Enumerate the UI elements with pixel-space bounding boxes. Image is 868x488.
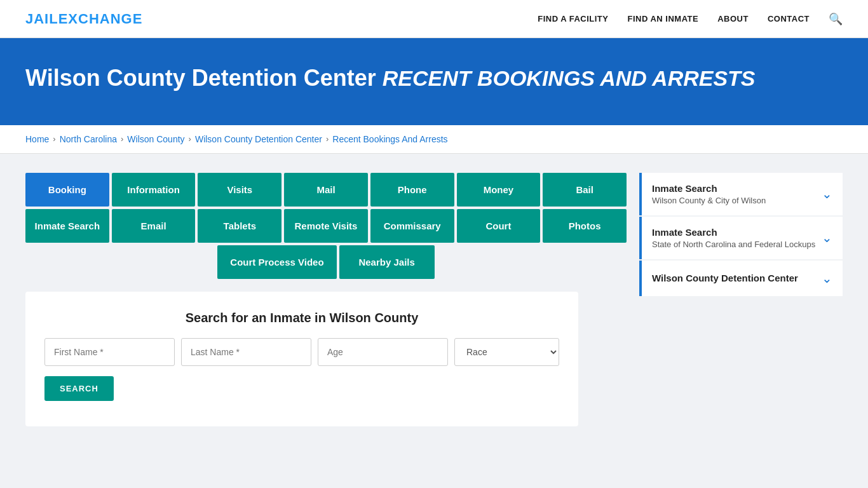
- breadcrumb-current: Recent Bookings And Arrests: [332, 134, 447, 144]
- sidebar-item-wilson-city-text: Inmate Search Wilson County & City of Wi…: [652, 183, 766, 205]
- nav-contact[interactable]: CONTACT: [768, 14, 810, 24]
- sidebar-item-detention-center[interactable]: Wilson County Detention Center ⌄: [639, 261, 843, 296]
- tab-email[interactable]: Email: [112, 209, 196, 243]
- race-select[interactable]: Race White Black Hispanic Asian Other: [454, 338, 559, 366]
- breadcrumb-home[interactable]: Home: [25, 134, 49, 144]
- age-input[interactable]: [318, 338, 448, 366]
- breadcrumb-detention-center[interactable]: Wilson County Detention Center: [195, 134, 322, 144]
- logo-jail: JAIL: [25, 11, 58, 27]
- sidebar-item-nc-federal-subtitle: State of North Carolina and Federal Lock…: [652, 240, 815, 249]
- tab-remote-visits[interactable]: Remote Visits: [284, 209, 368, 243]
- page-title: Wilson County Detention Center RECENT BO…: [25, 64, 843, 93]
- tab-booking[interactable]: Booking: [25, 173, 109, 207]
- breadcrumb-wilson-county[interactable]: Wilson County: [127, 134, 184, 144]
- nav-about[interactable]: ABOUT: [717, 14, 749, 24]
- breadcrumb-sep-3: ›: [189, 134, 191, 144]
- search-button[interactable]: SEARCH: [44, 376, 114, 401]
- sidebar-item-nc-federal[interactable]: Inmate Search State of North Carolina an…: [639, 217, 843, 259]
- tab-information[interactable]: Information: [112, 173, 196, 207]
- first-name-input[interactable]: [44, 338, 175, 366]
- tab-photos[interactable]: Photos: [543, 209, 627, 243]
- nav-find-facility[interactable]: FIND A FACILITY: [538, 14, 608, 24]
- breadcrumb-nc[interactable]: North Carolina: [60, 134, 117, 144]
- tab-tablets[interactable]: Tablets: [198, 209, 281, 243]
- site-logo[interactable]: JAILEXCHANGE: [25, 11, 142, 27]
- tab-visits[interactable]: Visits: [198, 173, 281, 207]
- sidebar-item-nc-federal-text: Inmate Search State of North Carolina an…: [652, 227, 815, 249]
- hero-section: Wilson County Detention Center RECENT BO…: [0, 38, 868, 125]
- header-search-icon[interactable]: 🔍: [829, 12, 843, 26]
- sidebar-item-wilson-city[interactable]: Inmate Search Wilson County & City of Wi…: [639, 173, 843, 215]
- sidebar: Inmate Search Wilson County & City of Wi…: [639, 173, 843, 297]
- tab-commissary[interactable]: Commissary: [370, 209, 454, 243]
- breadcrumb-sep-1: ›: [53, 134, 55, 144]
- chevron-down-icon-2: ⌄: [822, 230, 832, 245]
- chevron-down-icon-3: ⌄: [822, 271, 832, 286]
- breadcrumb-sep-4: ›: [326, 134, 329, 144]
- search-panel-title: Search for an Inmate in Wilson County: [44, 311, 559, 325]
- last-name-input[interactable]: [181, 338, 311, 366]
- tabs-row-1: Booking Information Visits Mail Phone Mo…: [25, 173, 627, 207]
- sidebar-item-nc-federal-title: Inmate Search: [652, 227, 815, 238]
- main-content: Booking Information Visits Mail Phone Mo…: [0, 154, 868, 445]
- tab-nearby-jails[interactable]: Nearby Jails: [339, 245, 435, 279]
- tab-money[interactable]: Money: [457, 173, 541, 207]
- logo-exchange: EXCHANGE: [58, 11, 143, 27]
- tab-mail[interactable]: Mail: [284, 173, 368, 207]
- breadcrumb-sep-2: ›: [121, 134, 123, 144]
- tab-court-process-video[interactable]: Court Process Video: [217, 245, 336, 279]
- tab-phone[interactable]: Phone: [370, 173, 454, 207]
- tab-court[interactable]: Court: [457, 209, 541, 243]
- sidebar-item-wilson-city-title: Inmate Search: [652, 183, 766, 194]
- chevron-down-icon-1: ⌄: [822, 186, 832, 201]
- site-header: JAILEXCHANGE FIND A FACILITY FIND AN INM…: [0, 0, 868, 38]
- breadcrumb: Home › North Carolina › Wilson County › …: [0, 125, 868, 154]
- nav-find-inmate[interactable]: FIND AN INMATE: [627, 14, 698, 24]
- search-fields: Race White Black Hispanic Asian Other: [44, 338, 559, 366]
- sidebar-item-wilson-city-subtitle: Wilson County & City of Wilson: [652, 196, 766, 205]
- content-area: Booking Information Visits Mail Phone Mo…: [25, 173, 627, 426]
- tabs-row-2: Inmate Search Email Tablets Remote Visit…: [25, 209, 627, 243]
- search-panel: Search for an Inmate in Wilson County Ra…: [25, 292, 578, 426]
- main-nav: FIND A FACILITY FIND AN INMATE ABOUT CON…: [538, 12, 843, 26]
- tab-inmate-search[interactable]: Inmate Search: [25, 209, 109, 243]
- sidebar-item-detention-title: Wilson County Detention Center: [652, 273, 798, 283]
- tabs-row-3: Court Process Video Nearby Jails: [25, 245, 627, 279]
- tab-bail[interactable]: Bail: [543, 173, 627, 207]
